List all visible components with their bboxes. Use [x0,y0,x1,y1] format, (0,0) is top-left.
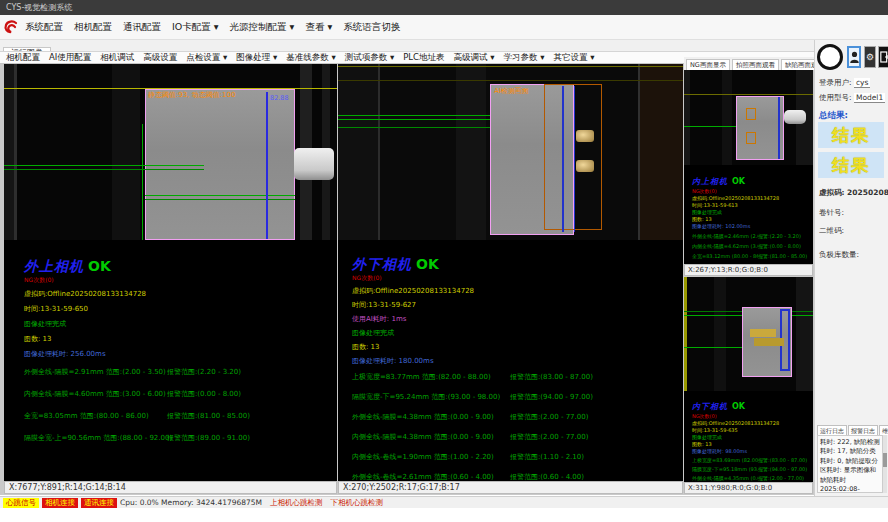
alarm-range: 报警:(0.00 - 8.00) [758,243,801,249]
toolbar-item[interactable]: 测试项参数 ▾ [345,52,394,64]
measure-value: 内侧全线-隔膜=4.38mm 范围:(0.00 - 9.00) [352,432,510,442]
measurement-row: 外侧全线-隔膜=2.91mm 范围:(2.00 - 3.50) 报警范围:(2.… [24,367,337,377]
measurement-list: 上极宽度=83.77mm 范围:(82.00 - 88.00) 报警范围:(83… [352,372,683,481]
image-stripe [722,70,732,165]
gear-icon: ⚙ [866,52,874,62]
camera-panel-inner-upper[interactable]: 内上相机OK NG次数(0) 虚拟码:Offline20250208133134… [684,70,813,264]
toolbar-item[interactable]: AI使用配置 [49,52,91,64]
upper-camera-heartbeat-check: 上相机心跳检测 [270,498,323,508]
yellow-edge-line [684,277,687,391]
side-control-panel: ⚙ 登录用户: cys 使用型号: Model1 总结果: 结果 结果 虚拟码:… [814,40,888,496]
result-display-2: 结果 [818,152,884,178]
user-mode-button[interactable] [847,46,861,68]
image-stripe [378,64,380,240]
needle-number-row: 卷针号: [819,208,844,218]
toolbar-item[interactable]: 高级调试 ▾ [454,52,495,64]
time-line: 时间:13-31-59-627 [352,300,683,310]
menu-item[interactable]: IO卡配置 ▾ [172,21,219,34]
toolbar-item[interactable]: 基准线参数 ▾ [286,52,335,64]
toolbar-item[interactable]: PLC地址表 [403,52,444,64]
log-tab[interactable]: 报警日志 [848,425,878,435]
ai-detect-region-outline [544,84,602,230]
menu-item[interactable]: 相机配置 [74,21,112,34]
model-value[interactable]: Model1 [854,93,885,103]
alarm-range: 报警:(2.00 - 77.00) [758,475,804,481]
measurement-row: 隔膜宽度-下=95.24mm 范围:(93.00 - 98.00) 报警范围:(… [352,392,683,402]
pixel-status-outer-lower: X:270;Y:2502;R:17;G:17;B:17 [338,481,683,494]
log-tab[interactable]: 运行日志 [817,425,847,435]
measurement-row: 内侧全线-隔膜=4.60mm 范围:(3.00 - 6.00) 报警范围:(0.… [24,389,337,399]
log-scrollbar[interactable] [883,435,887,493]
menu-item[interactable]: 系统配置 [25,21,63,34]
menu-item[interactable]: 系统语言切换 [343,21,400,34]
right-view-tab[interactable]: 拍照画面观看 [732,59,779,70]
measurement-row: 外侧全线-卷线=2.61mm 范围:(0.60 - 4.00) 报警范围:(0.… [352,472,683,481]
tab-glint [576,160,594,172]
measurement-row: 上极宽度=83.77mm 范围:(82.00 - 88.00) 报警范围:(83… [352,372,683,382]
barcode-line: 虚拟码:Offline20250208133134728 [692,195,813,201]
measure-value: 内侧全线-卷线=1.90mm 范围:(1.00 - 2.20) [352,452,510,462]
toolbar-item[interactable]: 高级设置 [143,52,177,64]
menu-item[interactable]: 通讯配置 [123,21,161,34]
measurement-row: 隔膜全宽-上=90.56mm 范围:(88.00 - 92.00) 报警范围:(… [24,433,337,443]
exit-button[interactable] [878,46,888,68]
toolbar-item[interactable]: 学习参数 ▾ [503,52,544,64]
log-text-area[interactable]: 耗时: 222, 缺陷检测耗时: 17, 缺陷分类耗时: 0, 缺陷提取分区耗时… [817,435,883,493]
blue-measure-line [562,86,564,232]
toolbar-item[interactable]: 其它设置 ▾ [553,52,594,64]
time-line: 时间:13-31-59-613 [692,202,813,208]
electrode-tab [294,148,334,180]
toolbar-item[interactable]: 点检设置 ▾ [186,52,227,64]
menu-item[interactable]: 光源控制配置 ▾ [230,21,295,34]
time-line: 时间:13-31-59-650 [24,304,337,314]
image-stripe [796,277,813,391]
camera-panel-inner-lower[interactable]: 内下相机OK NG次数(0) 虚拟码:Offline20250208133134… [684,277,813,482]
green-measure-line [145,195,295,196]
measure-value: 全宽=83.05mm 范围:(80.00 - 86.00) [24,411,167,421]
camera-image-outer-lower[interactable]: AI检测画面 [338,64,683,240]
image-stripe [640,64,683,240]
settings-button[interactable]: ⚙ [864,46,876,68]
barcode-line: 虚拟码:Offline20250208133134728 [24,289,337,299]
app-logo-icon [3,19,19,35]
toolbar-item[interactable]: 相机配置 [6,52,40,64]
alarm-range: 报警:(2.20 - 3.20) [758,233,801,239]
camera-image-inner-lower[interactable] [684,277,813,391]
log-tab[interactable]: 维护日志 [879,425,888,435]
green-measure-line [4,169,204,170]
green-edge-line [142,124,143,240]
camera-panel-outer-lower[interactable]: AI检测画面 外下相机OK NG次数(0) 虚拟码:Offline2025020… [338,64,683,481]
measurement-row: 外侧全线-隔膜=4.35mm (0.00 - 9.00) 报警:(2.00 - … [692,475,813,481]
menu-item[interactable]: 查看 ▾ [305,21,332,34]
pause-button[interactable] [817,44,843,70]
measure-value: 外侧全线-卷线=2.61mm 范围:(0.60 - 4.00) [352,472,510,481]
frame-count-line: 图数: 13 [352,342,683,352]
alarm-range: 报警:(94.00 - 97.00) [758,466,807,472]
right-view-tab[interactable]: NG画面显示 [686,59,730,70]
camera-panel-outer-upper[interactable]: 静态阈值:93, 动态阈值:100 82.88 外上相机OK NG次数(0) 虚… [4,64,337,481]
green-measure-line [684,347,742,348]
camera-image-outer-upper[interactable]: 静态阈值:93, 动态阈值:100 82.88 [4,64,337,240]
log-scrollbar-thumb[interactable] [883,453,887,467]
process-done-line: 图像处理完成 [352,328,683,338]
image-stripe [684,70,690,165]
ng-count: NG次数(0) [692,188,813,194]
alarm-range: 报警范围:(83.00 - 87.00) [510,372,593,382]
olive-reference-line [338,80,683,81]
barcode-line: 虚拟码:Offline20250208133134728 [692,420,813,426]
camera-image-inner-upper[interactable] [684,70,813,165]
camera-result-text-outer-lower: 外下相机OK NG次数(0) 虚拟码:Offline20250208133134… [338,240,683,481]
ng-count: NG次数(0) [24,276,337,285]
comm-connection-badge: 通讯连接 [81,498,117,508]
camera-title: 外下相机 [352,256,412,272]
alarm-range: 报警范围:(81.00 - 85.00) [167,411,250,421]
login-user-value: cys [854,78,870,88]
stock-count-row: 负极库数量: [819,250,859,260]
elapsed-line: 图像处理耗时: 180.00ms [352,356,683,366]
toolbar-item[interactable]: 图像处理 ▾ [236,52,277,64]
menu-bar: 系统配置相机配置通讯配置IO卡配置 ▾光源控制配置 ▾查看 ▾系统语言切换 [0,15,888,40]
blue-measure-line [266,92,268,239]
toolbar-item[interactable]: 相机调试 [100,52,134,64]
measurement-row: 外侧全线-隔膜=2.46mm (2.00 - 3.50) 报警:(2.20 - … [692,233,813,239]
app-window: CYS-视觉检测系统 系统配置相机配置通讯配置IO卡配置 ▾光源控制配置 ▾查看… [0,0,888,522]
